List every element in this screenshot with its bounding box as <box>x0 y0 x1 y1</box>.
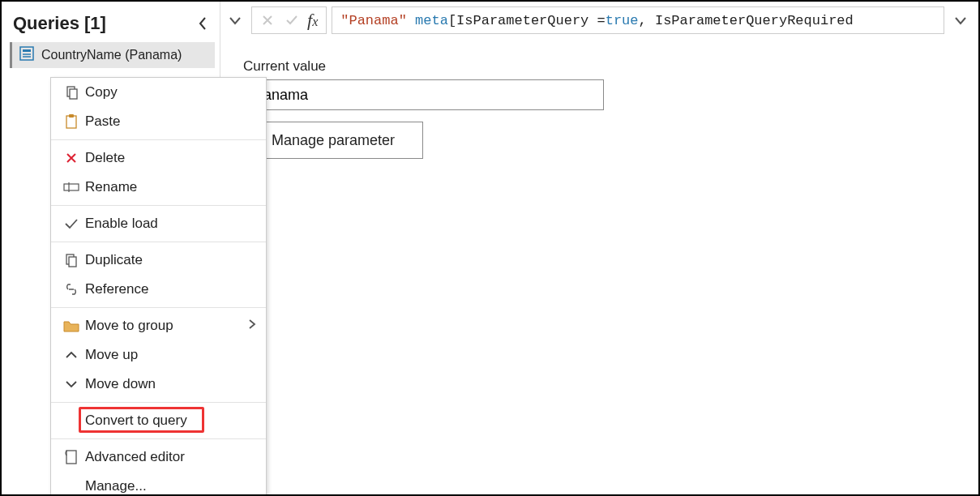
formula-token-true: true <box>606 13 639 28</box>
menu-divider <box>51 242 266 242</box>
svg-rect-8 <box>64 184 79 190</box>
parameter-form: Current value Manage parameter <box>220 39 978 159</box>
menu-item-enable-load[interactable]: Enable load <box>51 209 266 238</box>
menu-divider <box>51 139 266 140</box>
duplicate-icon <box>61 253 82 267</box>
menu-label: Paste <box>85 113 120 130</box>
menu-label: Manage... <box>85 478 147 494</box>
menu-item-rename[interactable]: Rename <box>51 173 266 202</box>
menu-item-advanced-editor[interactable]: Advanced editor <box>51 443 266 472</box>
chevron-right-icon <box>248 318 256 334</box>
formula-input[interactable]: "Panama" meta [IsParameterQuery = true ,… <box>332 6 944 34</box>
commit-formula-button[interactable] <box>280 8 304 32</box>
menu-item-move-up[interactable]: Move up <box>51 340 266 370</box>
manage-parameter-button[interactable]: Manage parameter <box>243 122 423 159</box>
menu-label: Move to group <box>85 318 173 334</box>
queries-title: Queries [1] <box>13 13 106 34</box>
menu-label: Convert to query <box>85 413 187 429</box>
expand-formula-button[interactable] <box>949 8 972 32</box>
svg-rect-6 <box>66 116 76 128</box>
editor-icon <box>61 449 82 465</box>
menu-divider <box>51 307 266 308</box>
menu-item-move-to-group[interactable]: Move to group <box>51 311 266 340</box>
folder-icon <box>61 319 82 332</box>
svg-rect-0 <box>20 47 33 60</box>
menu-label: Advanced editor <box>85 449 185 465</box>
menu-item-paste[interactable]: Paste <box>51 107 266 136</box>
context-menu: Copy Paste Delete Rename Enable lo <box>50 77 267 496</box>
svg-rect-11 <box>69 257 76 267</box>
collapse-sidebar-button[interactable] <box>197 16 208 31</box>
parameter-icon <box>19 45 35 65</box>
formula-token-string: "Panama" <box>340 13 407 28</box>
menu-label: Copy <box>85 84 118 100</box>
menu-item-convert-to-query[interactable]: Convert to query <box>51 406 266 435</box>
menu-item-move-down[interactable]: Move down <box>51 370 266 399</box>
query-item-label: CountryName (Panama) <box>41 48 182 62</box>
svg-rect-1 <box>23 49 31 52</box>
svg-rect-7 <box>69 114 74 118</box>
current-value-input[interactable] <box>243 79 604 110</box>
menu-divider <box>51 205 266 206</box>
menu-item-duplicate[interactable]: Duplicate <box>51 246 266 275</box>
menu-label: Delete <box>85 150 125 166</box>
app-window: Queries [1] CountryName (Panama) <box>0 0 980 496</box>
formula-token-keyword: meta <box>415 13 448 28</box>
reference-icon <box>61 284 82 295</box>
formula-token: [IsParameterQuery = <box>448 13 606 28</box>
check-icon <box>61 217 82 230</box>
menu-label: Rename <box>85 179 137 195</box>
svg-rect-5 <box>70 89 77 99</box>
menu-label: Duplicate <box>85 252 143 268</box>
cancel-formula-button[interactable] <box>255 8 280 32</box>
menu-item-copy[interactable]: Copy <box>51 78 266 107</box>
menu-item-delete[interactable]: Delete <box>51 143 266 173</box>
paste-icon <box>61 113 82 130</box>
chevron-up-icon <box>61 350 82 360</box>
menu-divider <box>51 438 266 439</box>
delete-icon <box>61 152 82 165</box>
menu-item-reference[interactable]: Reference <box>51 275 266 304</box>
formula-dropdown-button[interactable] <box>224 8 246 32</box>
queries-header: Queries [1] <box>10 10 215 42</box>
menu-label: Reference <box>85 281 148 297</box>
formula-token: , IsParameterQueryRequired <box>639 13 854 28</box>
main-area: fx "Panama" meta [IsParameterQuery = tru… <box>220 2 978 494</box>
rename-icon <box>61 181 82 194</box>
chevron-down-icon <box>61 379 82 389</box>
svg-rect-12 <box>66 451 76 464</box>
menu-label: Move up <box>85 347 138 363</box>
query-item-countryname[interactable]: CountryName (Panama) <box>10 42 215 68</box>
copy-icon <box>61 85 82 100</box>
formula-bar: fx "Panama" meta [IsParameterQuery = tru… <box>220 2 978 39</box>
menu-label: Move down <box>85 376 156 392</box>
menu-label: Enable load <box>85 216 158 232</box>
menu-item-manage[interactable]: Manage... <box>51 472 266 496</box>
manage-parameter-label: Manage parameter <box>272 132 395 149</box>
fx-icon: fx <box>304 10 323 31</box>
formula-actions: fx <box>251 6 327 34</box>
menu-divider <box>51 402 266 403</box>
current-value-label: Current value <box>243 58 978 75</box>
